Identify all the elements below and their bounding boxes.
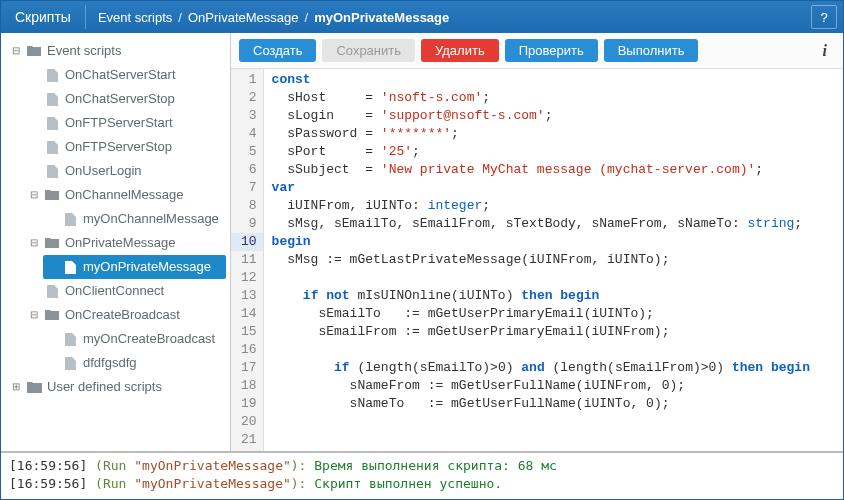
tree-item[interactable]: OnFTPServerStop — [25, 135, 226, 159]
tree-item[interactable]: OnChatServerStart — [25, 63, 226, 87]
output-console[interactable]: [16:59:56] (Run "myOnPrivateMessage"): В… — [1, 451, 843, 499]
tree-item[interactable]: OnUserLogin — [25, 159, 226, 183]
tree-item[interactable]: OnClientConnect — [25, 279, 226, 303]
tree-item[interactable]: myOnCreateBroadcast — [43, 327, 226, 351]
app-title: Скрипты — [1, 1, 85, 33]
breadcrumb-sep: / — [178, 10, 182, 25]
tree-item[interactable]: OnChatServerStop — [25, 87, 226, 111]
collapse-icon[interactable]: ⊟ — [29, 232, 39, 254]
info-icon[interactable]: i — [815, 42, 835, 60]
tree-folder-oncreatebroadcast[interactable]: ⊟OnCreateBroadcast — [25, 303, 226, 327]
expand-icon[interactable]: ⊞ — [11, 376, 21, 398]
tree-label: OnChannelMessage — [65, 184, 184, 206]
file-icon — [62, 213, 78, 226]
file-icon — [44, 93, 60, 106]
tree-label: Event scripts — [47, 40, 121, 62]
tree-label: OnPrivateMessage — [65, 232, 176, 254]
file-icon — [44, 141, 60, 154]
tree-label: OnFTPServerStop — [65, 136, 172, 158]
file-icon — [44, 69, 60, 82]
tree-item[interactable]: myOnChannelMessage — [43, 207, 226, 231]
tree-folder-onchannelmessage[interactable]: ⊟OnChannelMessage — [25, 183, 226, 207]
sidebar: ⊟ Event scripts OnChatServerStart OnChat… — [1, 33, 231, 451]
breadcrumb-current: myOnPrivateMessage — [314, 10, 449, 25]
toolbar: Создать Сохранить Удалить Проверить Выпо… — [231, 33, 843, 69]
help-button[interactable]: ? — [811, 5, 837, 29]
code-area[interactable]: const sHost = 'nsoft-s.com'; sLogin = 's… — [264, 69, 843, 451]
breadcrumb: Event scripts / OnPrivateMessage / myOnP… — [86, 1, 811, 33]
tree-label: dfdfgsdfg — [83, 352, 137, 374]
tree-label: myOnCreateBroadcast — [83, 328, 215, 350]
folder-icon — [26, 381, 42, 393]
folder-open-icon — [44, 309, 60, 321]
tree-label: OnChatServerStart — [65, 64, 176, 86]
run-button[interactable]: Выполнить — [604, 39, 699, 62]
tree-label: OnUserLogin — [65, 160, 142, 182]
tree-label: OnClientConnect — [65, 280, 164, 302]
tree-label: myOnPrivateMessage — [83, 256, 211, 278]
breadcrumb-item[interactable]: Event scripts — [98, 10, 172, 25]
script-tree: ⊟ Event scripts OnChatServerStart OnChat… — [5, 39, 226, 399]
breadcrumb-sep: / — [305, 10, 309, 25]
folder-open-icon — [26, 45, 42, 57]
collapse-icon[interactable]: ⊟ — [29, 304, 39, 326]
file-icon — [44, 117, 60, 130]
tree-item-selected[interactable]: myOnPrivateMessage — [43, 255, 226, 279]
tree-label: OnChatServerStop — [65, 88, 175, 110]
file-icon — [44, 165, 60, 178]
code-editor[interactable]: 123456789101112131415161718192021 const … — [231, 69, 843, 451]
folder-open-icon — [44, 189, 60, 201]
file-icon — [62, 261, 78, 274]
tree-label: myOnChannelMessage — [83, 208, 219, 230]
tree-folder-user-defined[interactable]: ⊞User defined scripts — [7, 375, 226, 399]
collapse-icon[interactable]: ⊟ — [29, 184, 39, 206]
tree-item[interactable]: OnFTPServerStart — [25, 111, 226, 135]
tree-label: User defined scripts — [47, 376, 162, 398]
breadcrumb-item[interactable]: OnPrivateMessage — [188, 10, 299, 25]
tree-item[interactable]: dfdfgsdfg — [43, 351, 226, 375]
file-icon — [62, 357, 78, 370]
file-icon — [62, 333, 78, 346]
titlebar: Скрипты Event scripts / OnPrivateMessage… — [1, 1, 843, 33]
check-button[interactable]: Проверить — [505, 39, 598, 62]
delete-button[interactable]: Удалить — [421, 39, 499, 62]
tree-label: OnFTPServerStart — [65, 112, 173, 134]
create-button[interactable]: Создать — [239, 39, 316, 62]
collapse-icon[interactable]: ⊟ — [11, 40, 21, 62]
file-icon — [44, 285, 60, 298]
tree-folder-event-scripts[interactable]: ⊟ Event scripts — [7, 39, 226, 63]
line-gutter: 123456789101112131415161718192021 — [231, 69, 264, 451]
save-button: Сохранить — [322, 39, 415, 62]
tree-label: OnCreateBroadcast — [65, 304, 180, 326]
tree-folder-onprivatemessage[interactable]: ⊟OnPrivateMessage — [25, 231, 226, 255]
folder-open-icon — [44, 237, 60, 249]
